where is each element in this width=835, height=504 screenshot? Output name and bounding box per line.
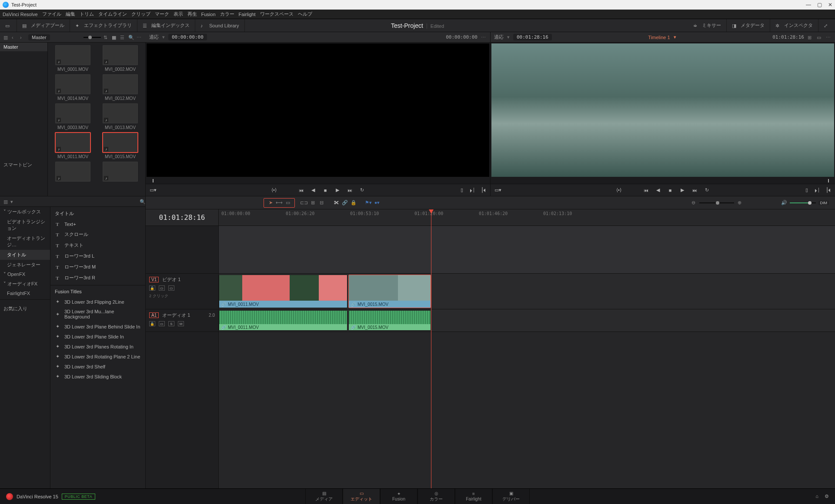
clip-thumb[interactable]: ♪MVI_0012.MOV [98,74,143,101]
zoom-in-icon[interactable]: ⊕ [737,200,743,206]
page-tab-Fusion[interactable]: ✦Fusion [380,489,418,504]
menu-item[interactable]: DaVinci Resolve [3,12,38,17]
stop-icon[interactable]: ■ [322,187,328,193]
more-icon[interactable]: ⋯ [137,35,142,40]
fusion-title-item[interactable]: ✦3D Lower 3rd Sliding Block [50,371,145,381]
scopes-icon[interactable]: ⊞ [808,35,813,40]
home-icon[interactable]: ⌂ [815,494,818,499]
fusion-title-item[interactable]: ✦3D Lower 3rd Flipping 2Line [50,297,145,307]
clip-thumb[interactable]: ♪MVI_0011.MOV [50,133,95,159]
sound-library-button[interactable]: ♪Sound Library [195,19,245,32]
loop-icon[interactable]: ↻ [359,187,365,193]
goto-out-icon[interactable]: ▕⏴ [480,187,486,193]
thumb-size-slider[interactable] [84,37,101,38]
media-pool-button[interactable]: ▤メディアプール [17,19,70,32]
viewer-mode-icon[interactable]: ▭▾ [150,187,156,193]
clip-thumb[interactable]: ♪MVI_0001.MOV [50,45,95,72]
bin-node[interactable]: スマートビン [0,160,47,170]
search-icon[interactable]: 🔍 [128,35,134,40]
bin-path[interactable]: Master [28,34,50,40]
fusion-title-item[interactable]: ✦3D Lower 3rd Plane Behind Slide In [50,322,145,332]
clip-thumb[interactable]: ♪ [98,162,143,183]
fusion-title-item[interactable]: ✦3D Lower 3rd Mu...lane Background [50,307,145,322]
volume-slider[interactable] [790,202,816,203]
timeline-ruler[interactable]: 01:00:00:0001:00:26:2001:00:53:1001:01:2… [219,209,835,226]
effects-tree-item[interactable]: ビデオトランジション [0,217,50,233]
timeline-name[interactable]: Timeline 1 [648,35,670,40]
expand-viewer-button[interactable]: ⤢ [818,19,835,32]
effects-tree-item[interactable]: タイトル [0,250,50,260]
track-view-icon[interactable]: ▭ [168,285,174,291]
safe-area-icon[interactable]: ▭ [817,35,822,40]
clip-thumb[interactable]: ♪MVI_0013.MOV [98,103,143,130]
clip-thumb[interactable]: ♪ [50,162,95,183]
goto-in-icon[interactable]: ⏵▏ [814,187,820,193]
fusion-title-item[interactable]: ✦3D Lower 3rd Rotating Plane 2 Line [50,351,145,361]
title-item[interactable]: Tスクロール [50,229,145,240]
lock-icon[interactable]: 🔒 [149,285,155,291]
program-fit-dropdown[interactable]: 適応 [494,34,504,40]
menu-item[interactable]: タイムライン [98,11,127,17]
video-clip[interactable]: 🔗MVI_0011.MOV [219,275,347,308]
title-item[interactable]: Tローワー3rd R [50,272,145,283]
bin-view-icon[interactable]: ▥ [3,35,9,40]
audio-clip[interactable]: 🔗MVI_0011.MOV [219,310,347,331]
a1-tag[interactable]: A1 [149,312,159,318]
title-item[interactable]: Tローワー3rd L [50,251,145,262]
v1-tag[interactable]: V1 [149,277,159,282]
goto-in-icon[interactable]: ⏵▏ [469,187,475,193]
lock-icon[interactable]: 🔒 [351,200,357,206]
chevron-right-icon[interactable]: › [20,35,26,40]
mark-in-icon[interactable]: ▯ [804,187,810,193]
clip-thumb[interactable]: ♪MVI_0003.MOV [50,103,95,130]
loop-icon[interactable]: ↻ [704,187,710,193]
effects-tree-item[interactable]: ジェネレーター [0,260,50,270]
bin-node[interactable]: Master [0,43,47,51]
inspector-button[interactable]: ✲インスペクタ [770,19,818,32]
razor-icon[interactable]: ✀ [333,200,339,206]
menu-item[interactable]: ファイル [42,11,61,17]
more-icon[interactable]: ⋯ [481,35,487,40]
trim-tool-icon[interactable]: ⟷ [276,200,282,206]
blade-tool-icon[interactable]: ⊏⊐ [301,200,307,206]
menu-item[interactable]: クリップ [131,11,150,17]
program-scrubber[interactable] [491,178,835,184]
clip-thumb[interactable]: ♪MVI_0002.MOV [98,45,143,72]
zoom-out-icon[interactable]: ⊖ [691,200,697,206]
fusion-title-item[interactable]: ✦3D Lower 3rd Shelf [50,361,145,371]
video-clip[interactable]: 🔗MVI_0015.MOV [348,275,431,308]
settings-icon[interactable]: ⚙ [825,494,829,499]
source-scrubber[interactable] [146,178,490,184]
mark-in-icon[interactable]: ▯ [459,187,465,193]
flag-icon[interactable]: ⚑▾ [365,200,371,206]
menu-item[interactable]: ヘルプ [298,11,312,17]
clip-thumb[interactable]: ♪MVI_0014.MOV [50,74,95,101]
dim-button[interactable]: DIM [818,201,829,205]
search-icon[interactable]: 🔍 [140,199,145,204]
effects-tree-item[interactable]: オーディオトランジ… [0,233,50,250]
menu-item[interactable]: Fairlight [239,12,256,17]
menu-item[interactable]: Fusion [201,12,216,17]
sort-icon[interactable]: ⇅ [104,35,109,40]
match-frame-icon[interactable]: ⟨•⟩ [616,187,622,193]
page-tab-デリバー[interactable]: ▣デリバー [492,489,530,504]
video-track-header[interactable]: V1 ビデオ 1 🔒 ▭ ▭ 2 クリック [146,274,218,309]
menu-item[interactable]: 再生 [187,11,197,17]
marker-icon[interactable]: ●▾ [374,200,380,206]
source-screen[interactable] [147,43,489,177]
chevron-left-icon[interactable]: ‹ [12,35,17,40]
layout-preset-button[interactable]: ▭ [0,19,17,32]
metadata-button[interactable]: ◨メタデータ [727,19,770,32]
grid-view-icon[interactable]: ▦ [112,35,117,40]
timeline-canvas[interactable]: 01:00:00:0001:00:26:2001:00:53:1001:01:2… [219,209,835,488]
viewer-mode-icon[interactable]: ▭▾ [495,187,501,193]
title-item[interactable]: Tローワー3rd M [50,262,145,272]
zoom-slider[interactable] [699,202,734,203]
effects-tree-item[interactable]: ˅ OpenFX [0,270,50,279]
play-icon[interactable]: ▶ [679,187,685,193]
mute-button[interactable]: M [178,321,184,326]
menu-item[interactable]: 編集 [66,11,75,17]
goto-out-icon[interactable]: ▕⏴ [825,187,831,193]
overwrite-icon[interactable]: ⊟ [318,200,324,206]
effects-tree-item[interactable]: ˅ オーディオFX [0,279,50,289]
